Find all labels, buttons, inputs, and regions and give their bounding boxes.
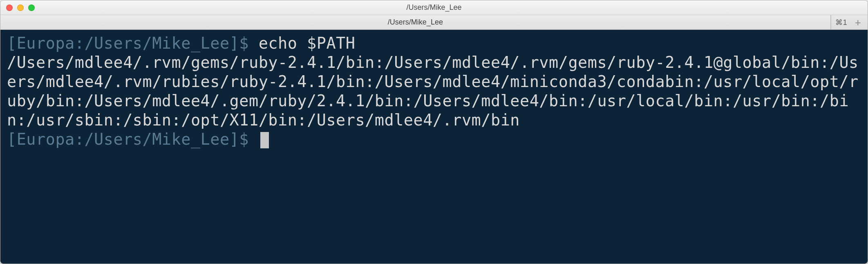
window-title: /Users/Mike_Lee [0,3,868,12]
prompt-host-path-2: [Europa:/Users/Mike_Lee] [7,130,239,148]
tab-controls: ⌘1 + [831,15,868,29]
prompt-symbol: $ [239,34,249,52]
tab-current[interactable]: /Users/Mike_Lee [0,15,831,29]
terminal-window: /Users/Mike_Lee /Users/Mike_Lee ⌘1 + [Eu… [0,0,868,264]
prompt-symbol-2: $ [239,130,249,148]
command-output: /Users/mdlee4/.rvm/gems/ruby-2.4.1/bin:/… [7,53,859,129]
cursor-block [260,132,269,148]
maximize-button[interactable] [28,4,35,11]
prompt-host-path: [Europa:/Users/Mike_Lee] [7,34,239,52]
window-titlebar[interactable]: /Users/Mike_Lee [0,0,868,15]
close-button[interactable] [6,4,13,11]
traffic-lights [0,4,35,11]
terminal-content[interactable]: [Europa:/Users/Mike_Lee]$ echo $PATH /Us… [0,30,868,264]
command-text: echo $PATH [259,34,356,52]
minimize-button[interactable] [17,4,24,11]
tab-shortcut-label: ⌘1 [835,18,848,27]
tab-label: /Users/Mike_Lee [388,18,443,27]
new-tab-button[interactable]: + [852,17,864,28]
tab-bar: /Users/Mike_Lee ⌘1 + [0,15,868,30]
